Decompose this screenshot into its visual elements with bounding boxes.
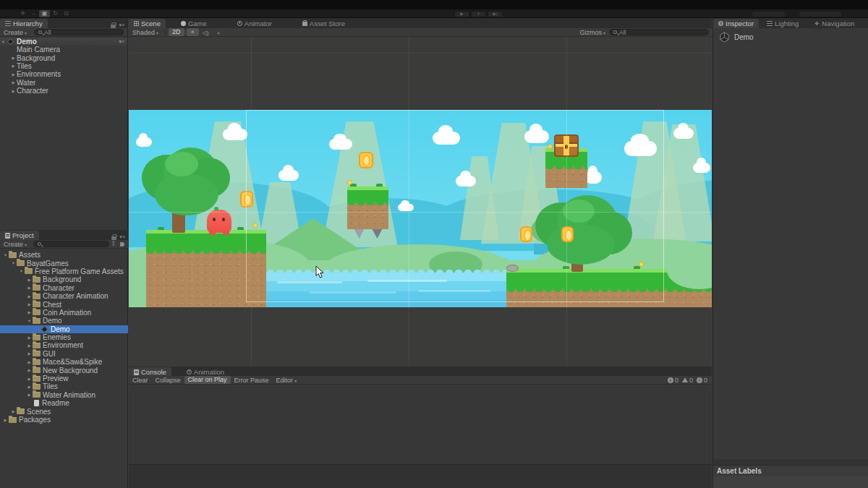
scene-search-input[interactable]: All xyxy=(609,29,709,35)
hierarchy-scene-row[interactable]: ▼ Demo ▾≡ xyxy=(0,38,127,46)
label-tag-icon[interactable] xyxy=(120,242,124,247)
project-tree-item[interactable]: ▼Free Platform Game Assets xyxy=(0,267,128,275)
toolbar-dropdown[interactable] xyxy=(752,12,785,17)
expand-arrow-icon[interactable]: ▶ xyxy=(10,80,17,85)
project-tree-item[interactable]: ▶New Background xyxy=(0,366,128,374)
expand-arrow-icon[interactable]: ▶ xyxy=(2,418,9,422)
expand-arrow-icon[interactable]: ▶ xyxy=(26,377,33,381)
expand-arrow-icon[interactable]: ▼ xyxy=(2,253,9,257)
project-tree-item[interactable]: ▶Tiles xyxy=(0,382,128,390)
rect-tool-icon[interactable]: ▣ xyxy=(39,10,50,17)
expand-arrow-icon[interactable]: ▶ xyxy=(10,72,17,77)
panel-menu-icon[interactable]: ▾≡ xyxy=(119,234,125,240)
expand-arrow-icon[interactable]: ▶ xyxy=(10,56,17,60)
hierarchy-item[interactable]: ▶Water xyxy=(0,79,127,87)
toolbar-dropdown[interactable] xyxy=(799,12,841,17)
tab-project[interactable]: Project xyxy=(0,231,39,240)
expand-arrow-icon[interactable]: ▶ xyxy=(10,409,17,414)
tab-navigation[interactable]: ✥ Navigation xyxy=(809,19,859,28)
expand-arrow-icon[interactable]: ▶ xyxy=(26,278,33,282)
pan-tool-icon[interactable]: ✛ xyxy=(17,10,28,17)
expand-arrow-icon[interactable]: ▶ xyxy=(26,351,33,356)
tab-game[interactable]: Game xyxy=(176,19,212,28)
clear-button[interactable]: Clear xyxy=(129,377,152,384)
collapse-button[interactable]: Collapse xyxy=(152,377,184,384)
asset-labels-header[interactable]: Asset Labels xyxy=(713,465,868,476)
expand-arrow-icon[interactable]: ▼ xyxy=(10,261,17,265)
project-tree-item[interactable]: ▶Preview xyxy=(0,374,128,382)
play-button[interactable]: ▶ xyxy=(454,11,469,17)
hierarchy-search-input[interactable]: All xyxy=(34,29,124,35)
expand-arrow-icon[interactable]: ▶ xyxy=(26,343,33,348)
expand-arrow-icon[interactable]: ▶ xyxy=(26,294,33,299)
tab-scene[interactable]: Scene xyxy=(129,19,166,28)
item-label: Readme xyxy=(42,399,69,407)
scene-viewport[interactable] xyxy=(129,37,712,367)
2d-toggle[interactable]: 2D xyxy=(169,28,184,36)
project-tree-item[interactable]: ▶GUI xyxy=(0,350,128,358)
project-tree-item[interactable]: Readme xyxy=(0,399,128,407)
editor-dropdown[interactable]: Editor▾ xyxy=(273,377,301,384)
project-tree-item[interactable]: ▶Packages xyxy=(0,416,128,424)
expand-arrow-icon[interactable]: ▼ xyxy=(26,319,33,323)
project-tree-item[interactable]: ▶Chest xyxy=(0,300,128,308)
warning-count[interactable]: 0 xyxy=(682,377,693,384)
filter-icon[interactable]: ⁑ xyxy=(112,241,117,247)
expand-arrow-icon[interactable]: ▶ xyxy=(26,385,33,389)
hierarchy-item[interactable]: ▶Character xyxy=(0,87,127,95)
project-search-input[interactable] xyxy=(33,241,109,247)
hierarchy-item[interactable]: ▶Environments xyxy=(0,70,127,78)
project-tree-item[interactable]: ▶Scenes xyxy=(0,407,128,415)
tab-lighting[interactable]: Lighting xyxy=(762,19,804,28)
project-tree-item[interactable]: ▼Demo xyxy=(0,317,128,325)
lighting-toggle[interactable]: ☀ xyxy=(187,28,199,36)
project-tree-item[interactable]: ▼BayatGames xyxy=(0,259,128,267)
project-tree-item[interactable]: ▶Coin Animation xyxy=(0,309,128,317)
clear-on-play-button[interactable]: Clear on Play xyxy=(184,376,231,384)
scene-menu-icon[interactable]: ▾≡ xyxy=(119,39,124,45)
expand-arrow-icon[interactable]: ▶ xyxy=(26,360,33,364)
project-tree-item[interactable]: ▶Mace&Saw&Spike xyxy=(0,358,128,366)
project-tree-item[interactable]: ▶Character Animation xyxy=(0,292,128,300)
move-tool-icon[interactable]: ↔ xyxy=(28,10,39,17)
scale-tool-icon[interactable]: ⊡ xyxy=(61,10,72,17)
project-tree-item[interactable]: ▶Environment xyxy=(0,341,128,349)
project-tree-item[interactable]: ▼Assets xyxy=(0,251,128,259)
expand-arrow-icon[interactable]: ▼ xyxy=(18,269,25,273)
tab-inspector[interactable]: i Inspector xyxy=(713,19,759,28)
effects-dropdown[interactable]: ▾ xyxy=(213,29,224,36)
project-tree-item[interactable]: ▶Background xyxy=(0,275,128,283)
project-tree-item[interactable]: ▶Water Animation xyxy=(0,391,128,399)
step-button[interactable]: ▶| xyxy=(488,11,503,17)
expand-arrow-icon[interactable]: ▶ xyxy=(26,368,33,372)
tab-animator[interactable]: Animator xyxy=(232,19,277,28)
hierarchy-item[interactable]: ▶Background xyxy=(0,53,127,61)
hierarchy-item[interactable]: Main Camera xyxy=(0,46,127,53)
create-button[interactable]: Create▾ xyxy=(0,241,30,248)
expand-arrow-icon[interactable]: ▶ xyxy=(26,335,33,340)
expand-arrow-icon[interactable]: ▶ xyxy=(10,89,17,93)
expand-arrow-icon[interactable]: ▶ xyxy=(26,286,33,290)
tab-asset-store[interactable]: Asset Store xyxy=(297,19,350,28)
project-tree-item[interactable]: ▶Enemies xyxy=(0,333,128,341)
project-tree-item[interactable]: Demo xyxy=(0,325,128,333)
create-button[interactable]: Create▾ xyxy=(0,29,30,36)
preview-divider[interactable] xyxy=(713,459,868,465)
expand-arrow-icon[interactable]: ▶ xyxy=(26,310,33,314)
audio-toggle[interactable]: ◁) xyxy=(199,29,213,36)
error-count[interactable]: ! 0 xyxy=(697,377,707,384)
panel-menu-icon[interactable]: ▾≡ xyxy=(119,22,124,28)
hierarchy-item[interactable]: ▶Tiles xyxy=(0,62,127,70)
rotate-tool-icon[interactable]: ↻ xyxy=(50,10,61,17)
pause-button[interactable]: ‖ xyxy=(471,11,486,17)
expand-arrow-icon[interactable]: ▶ xyxy=(26,302,33,307)
project-tree-item[interactable]: ▶Character xyxy=(0,284,128,292)
tab-hierarchy[interactable]: Hierarchy xyxy=(0,19,48,28)
expand-arrow-icon[interactable]: ▶ xyxy=(10,64,17,68)
error-pause-button[interactable]: Error Pause xyxy=(231,377,273,384)
gizmos-dropdown[interactable]: Gizmos▾ xyxy=(576,29,609,36)
shaded-dropdown[interactable]: Shaded▾ xyxy=(129,29,162,36)
info-count[interactable]: i 0 xyxy=(668,377,678,384)
expand-arrow-icon[interactable]: ▶ xyxy=(26,393,33,397)
expand-arrow-icon[interactable]: ▼ xyxy=(0,40,7,44)
